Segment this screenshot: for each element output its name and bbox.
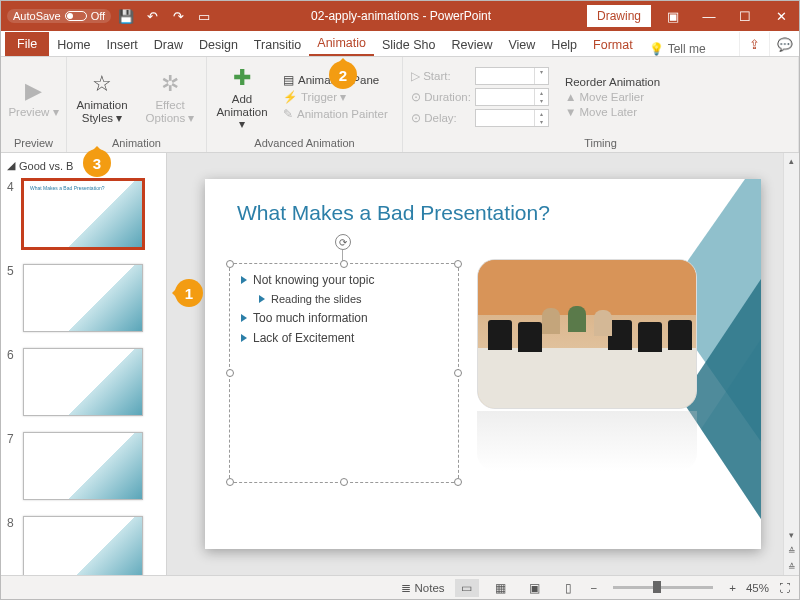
redo-icon[interactable]: ↷ (167, 5, 189, 27)
add-star-icon: ✚ (233, 63, 251, 93)
undo-icon[interactable]: ↶ (141, 5, 163, 27)
notes-button[interactable]: ≣ Notes (401, 581, 444, 595)
tab-design[interactable]: Design (191, 34, 246, 56)
scroll-down-icon[interactable]: ▾ (784, 527, 799, 543)
slide-thumbnail-7[interactable] (23, 432, 143, 500)
resize-handle[interactable] (454, 369, 462, 377)
group-timing-label: Timing (407, 135, 794, 152)
zoom-in-button[interactable]: + (729, 582, 736, 594)
slide-thumbnail-4[interactable]: What Makes a Bad Presentation? (23, 180, 143, 248)
zoom-level[interactable]: 45% (746, 582, 769, 594)
fit-window-icon[interactable]: ⛶ (779, 582, 791, 594)
thumb-number: 7 (7, 432, 17, 446)
slide-thumbnail-5[interactable] (23, 264, 143, 332)
resize-handle[interactable] (340, 478, 348, 486)
tab-help[interactable]: Help (543, 34, 585, 56)
tab-transitions[interactable]: Transitio (246, 34, 309, 56)
group-preview-label: Preview (5, 135, 62, 152)
mode-indicator[interactable]: Drawing (587, 5, 651, 27)
ribbon-display-icon[interactable]: ▣ (655, 1, 691, 31)
trigger-button[interactable]: ⚡Trigger ▾ (283, 90, 388, 104)
vertical-scrollbar[interactable]: ▴ ▾ ≙ ≙ (783, 153, 799, 575)
effect-options-button[interactable]: ✲ Effect Options ▾ (139, 67, 201, 126)
add-animation-button[interactable]: ✚ Add Animation ▾ (211, 61, 273, 133)
effect-icon: ✲ (161, 69, 179, 99)
painter-icon: ✎ (283, 107, 293, 121)
trigger-icon: ⚡ (283, 90, 297, 104)
animation-styles-button[interactable]: ☆ Animation Styles ▾ (71, 67, 133, 126)
tell-me-search[interactable]: 💡 Tell me (641, 42, 714, 56)
title-bar: AutoSave Off 💾 ↶ ↷ ▭ 02-apply-animations… (1, 1, 799, 31)
slide-thumbnail-8[interactable] (23, 516, 143, 575)
comments-button[interactable]: 💬 (769, 32, 799, 56)
image-reflection (477, 411, 697, 471)
start-select[interactable]: ▾ (475, 67, 549, 85)
tab-review[interactable]: Review (443, 34, 500, 56)
bullet-icon (241, 334, 247, 342)
slide-image[interactable] (477, 259, 697, 409)
thumb-number: 6 (7, 348, 17, 362)
ribbon-animations: ▶ Preview ▾ Preview ☆ Animation Styles ▾… (1, 57, 799, 153)
resize-handle[interactable] (226, 260, 234, 268)
resize-handle[interactable] (226, 478, 234, 486)
delay-input[interactable]: ▴▾ (475, 109, 549, 127)
zoom-slider[interactable] (613, 586, 713, 589)
save-icon[interactable]: 💾 (115, 5, 137, 27)
tab-insert[interactable]: Insert (99, 34, 146, 56)
slide-thumbnail-pane[interactable]: ◢ Good vs. B 4What Makes a Bad Presentat… (1, 153, 167, 575)
minimize-button[interactable]: — (691, 1, 727, 31)
slide-thumbnail-6[interactable] (23, 348, 143, 416)
maximize-button[interactable]: ☐ (727, 1, 763, 31)
autosave-toggle[interactable]: AutoSave Off (7, 9, 111, 23)
tab-slideshow[interactable]: Slide Sho (374, 34, 444, 56)
slide-sorter-icon[interactable]: ▦ (489, 579, 513, 597)
thumb-number: 5 (7, 264, 17, 278)
bullet-icon (241, 314, 247, 322)
next-slide-icon[interactable]: ≙ (784, 559, 799, 575)
reading-view-icon[interactable]: ▣ (523, 579, 547, 597)
window-title: 02-apply-animations - PowerPoint (215, 9, 587, 23)
thumb-number: 4 (7, 180, 17, 194)
tab-file[interactable]: File (5, 32, 49, 56)
start-slideshow-icon[interactable]: ▭ (193, 5, 215, 27)
duration-input[interactable]: ▴▾ (475, 88, 549, 106)
scroll-up-icon[interactable]: ▴ (784, 153, 799, 169)
thumb-number: 8 (7, 516, 17, 530)
move-later-button[interactable]: ▼ Move Later (565, 106, 660, 118)
resize-handle[interactable] (454, 478, 462, 486)
move-earlier-button[interactable]: ▲ Move Earlier (565, 91, 660, 103)
slide-title[interactable]: What Makes a Bad Presentation? (237, 201, 550, 225)
bullet-list[interactable]: Not knowing your topic Reading the slide… (241, 273, 374, 351)
resize-handle[interactable] (340, 260, 348, 268)
close-button[interactable]: ✕ (763, 1, 799, 31)
star-icon: ☆ (92, 69, 112, 99)
ribbon-tabs: File Home Insert Draw Design Transitio A… (1, 31, 799, 57)
prev-slide-icon[interactable]: ≙ (784, 543, 799, 559)
tab-draw[interactable]: Draw (146, 34, 191, 56)
lightbulb-icon: 💡 (649, 42, 664, 56)
group-advanced-label: Advanced Animation (211, 135, 398, 152)
normal-view-icon[interactable]: ▭ (455, 579, 479, 597)
slide[interactable]: What Makes a Bad Presentation? ⟳ Not kno… (205, 179, 761, 549)
resize-handle[interactable] (454, 260, 462, 268)
animation-painter-button[interactable]: ✎Animation Painter (283, 107, 388, 121)
pane-icon: ▤ (283, 73, 294, 87)
tab-view[interactable]: View (500, 34, 543, 56)
bullet-icon (259, 295, 265, 303)
preview-icon: ▶ (25, 76, 42, 106)
slideshow-view-icon[interactable]: ▯ (557, 579, 581, 597)
tab-home[interactable]: Home (49, 34, 98, 56)
toggle-off-icon (65, 11, 87, 21)
start-label: ▷ Start: (411, 69, 471, 83)
rotate-handle-icon[interactable]: ⟳ (335, 234, 351, 250)
zoom-out-button[interactable]: − (591, 582, 598, 594)
preview-button[interactable]: ▶ Preview ▾ (5, 74, 62, 121)
resize-handle[interactable] (226, 369, 234, 377)
collapse-icon: ◢ (7, 159, 15, 172)
tab-format[interactable]: Format (585, 34, 641, 56)
delay-label: ⊙ Delay: (411, 111, 471, 125)
callout-3: 3 (83, 149, 111, 177)
bullet-icon (241, 276, 247, 284)
share-button[interactable]: ⇪ (739, 32, 769, 56)
slide-canvas-area[interactable]: What Makes a Bad Presentation? ⟳ Not kno… (167, 153, 799, 575)
